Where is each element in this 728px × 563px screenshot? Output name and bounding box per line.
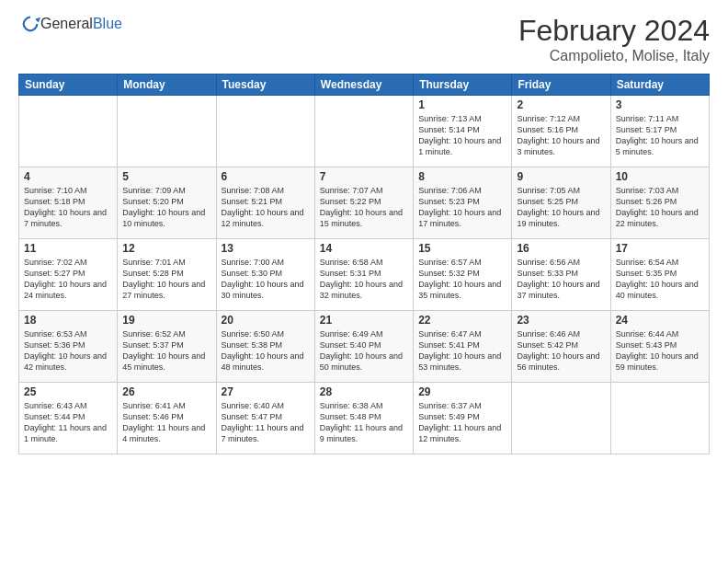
logo-general-text: General [40,16,93,31]
table-row: 29 Sunrise: 6:37 AM Sunset: 5:49 PM Dayl… [414,383,512,454]
day-info: Sunrise: 6:37 AM Sunset: 5:49 PM Dayligh… [418,400,506,445]
day-info: Sunrise: 6:57 AM Sunset: 5:32 PM Dayligh… [418,257,506,302]
table-row [216,96,314,167]
calendar-week-row: 1 Sunrise: 7:13 AM Sunset: 5:14 PM Dayli… [19,96,710,167]
table-row: 17 Sunrise: 6:54 AM Sunset: 5:35 PM Dayl… [610,239,709,311]
table-row: 25 Sunrise: 6:43 AM Sunset: 5:44 PM Dayl… [19,383,118,454]
day-number: 8 [418,170,506,183]
day-number: 5 [122,170,210,183]
table-row [512,383,610,454]
day-info: Sunrise: 6:50 AM Sunset: 5:38 PM Dayligh… [222,328,310,373]
day-number: 25 [24,385,112,398]
table-row: 21 Sunrise: 6:49 AM Sunset: 5:40 PM Dayl… [314,311,413,383]
table-row: 28 Sunrise: 6:38 AM Sunset: 5:48 PM Dayl… [314,383,413,454]
table-row: 19 Sunrise: 6:52 AM Sunset: 5:37 PM Dayl… [118,311,216,383]
col-tuesday: Tuesday [216,75,314,96]
table-row: 12 Sunrise: 7:01 AM Sunset: 5:28 PM Dayl… [118,239,216,311]
day-info: Sunrise: 7:03 AM Sunset: 5:26 PM Dayligh… [616,185,704,230]
day-info: Sunrise: 6:44 AM Sunset: 5:43 PM Dayligh… [616,328,704,373]
table-row: 8 Sunrise: 7:06 AM Sunset: 5:23 PM Dayli… [414,167,512,239]
table-row: 2 Sunrise: 7:12 AM Sunset: 5:16 PM Dayli… [512,96,610,167]
table-row: 26 Sunrise: 6:41 AM Sunset: 5:46 PM Dayl… [118,383,216,454]
day-number: 16 [517,242,605,255]
day-number: 22 [418,314,506,327]
day-number: 14 [320,242,408,255]
table-row: 18 Sunrise: 6:53 AM Sunset: 5:36 PM Dayl… [19,311,118,383]
day-info: Sunrise: 7:06 AM Sunset: 5:23 PM Dayligh… [418,185,506,230]
day-number: 4 [24,170,112,183]
day-number: 15 [418,242,506,255]
day-info: Sunrise: 6:41 AM Sunset: 5:46 PM Dayligh… [122,400,210,445]
day-info: Sunrise: 7:08 AM Sunset: 5:21 PM Dayligh… [222,185,310,230]
day-number: 9 [517,170,605,183]
day-number: 12 [122,242,210,255]
table-row [610,383,709,454]
day-number: 28 [320,385,408,398]
day-info: Sunrise: 6:56 AM Sunset: 5:33 PM Dayligh… [517,257,605,302]
day-number: 19 [122,314,210,327]
day-info: Sunrise: 6:40 AM Sunset: 5:47 PM Dayligh… [222,400,310,445]
table-row [314,96,413,167]
calendar-week-row: 11 Sunrise: 7:02 AM Sunset: 5:27 PM Dayl… [19,239,710,311]
calendar-week-row: 18 Sunrise: 6:53 AM Sunset: 5:36 PM Dayl… [19,311,710,383]
day-info: Sunrise: 6:38 AM Sunset: 5:48 PM Dayligh… [320,400,408,445]
day-info: Sunrise: 6:49 AM Sunset: 5:40 PM Dayligh… [320,328,408,373]
table-row: 9 Sunrise: 7:05 AM Sunset: 5:25 PM Dayli… [512,167,610,239]
table-row: 3 Sunrise: 7:11 AM Sunset: 5:17 PM Dayli… [610,96,709,167]
table-row: 10 Sunrise: 7:03 AM Sunset: 5:26 PM Dayl… [610,167,709,239]
day-number: 10 [616,170,704,183]
day-info: Sunrise: 7:00 AM Sunset: 5:30 PM Dayligh… [222,257,310,302]
day-number: 17 [616,242,704,255]
table-row [19,96,118,167]
table-row: 6 Sunrise: 7:08 AM Sunset: 5:21 PM Dayli… [216,167,314,239]
calendar-page: GeneralBlue February 2024 Campolieto, Mo… [0,0,728,563]
day-number: 11 [24,242,112,255]
day-info: Sunrise: 7:10 AM Sunset: 5:18 PM Dayligh… [24,185,112,230]
day-info: Sunrise: 6:54 AM Sunset: 5:35 PM Dayligh… [616,257,704,302]
table-row: 5 Sunrise: 7:09 AM Sunset: 5:20 PM Dayli… [118,167,216,239]
day-info: Sunrise: 6:47 AM Sunset: 5:41 PM Dayligh… [418,328,506,373]
day-info: Sunrise: 6:53 AM Sunset: 5:36 PM Dayligh… [24,328,112,373]
day-info: Sunrise: 6:52 AM Sunset: 5:37 PM Dayligh… [122,328,210,373]
day-number: 23 [517,314,605,327]
table-row: 15 Sunrise: 6:57 AM Sunset: 5:32 PM Dayl… [414,239,512,311]
month-title: February 2024 [518,14,710,48]
logo: GeneralBlue [18,14,122,34]
header: GeneralBlue February 2024 Campolieto, Mo… [18,14,710,64]
day-info: Sunrise: 7:13 AM Sunset: 5:14 PM Dayligh… [418,113,506,158]
day-info: Sunrise: 7:02 AM Sunset: 5:27 PM Dayligh… [24,257,112,302]
calendar-week-row: 25 Sunrise: 6:43 AM Sunset: 5:44 PM Dayl… [19,383,710,454]
table-row: 14 Sunrise: 6:58 AM Sunset: 5:31 PM Dayl… [314,239,413,311]
day-info: Sunrise: 7:12 AM Sunset: 5:16 PM Dayligh… [517,113,605,158]
col-friday: Friday [512,75,610,96]
col-monday: Monday [118,75,216,96]
table-row: 13 Sunrise: 7:00 AM Sunset: 5:30 PM Dayl… [216,239,314,311]
col-thursday: Thursday [414,75,512,96]
table-row: 4 Sunrise: 7:10 AM Sunset: 5:18 PM Dayli… [19,167,118,239]
table-row: 27 Sunrise: 6:40 AM Sunset: 5:47 PM Dayl… [216,383,314,454]
day-info: Sunrise: 6:46 AM Sunset: 5:42 PM Dayligh… [517,328,605,373]
day-number: 24 [616,314,704,327]
col-sunday: Sunday [19,75,118,96]
table-row: 23 Sunrise: 6:46 AM Sunset: 5:42 PM Dayl… [512,311,610,383]
day-number: 13 [222,242,310,255]
day-info: Sunrise: 6:43 AM Sunset: 5:44 PM Dayligh… [24,400,112,445]
day-info: Sunrise: 7:01 AM Sunset: 5:28 PM Dayligh… [122,257,210,302]
table-row: 20 Sunrise: 6:50 AM Sunset: 5:38 PM Dayl… [216,311,314,383]
table-row: 24 Sunrise: 6:44 AM Sunset: 5:43 PM Dayl… [610,311,709,383]
day-number: 18 [24,314,112,327]
day-number: 7 [320,170,408,183]
col-wednesday: Wednesday [314,75,413,96]
day-info: Sunrise: 6:58 AM Sunset: 5:31 PM Dayligh… [320,257,408,302]
day-info: Sunrise: 7:07 AM Sunset: 5:22 PM Dayligh… [320,185,408,230]
day-number: 29 [418,385,506,398]
table-row: 7 Sunrise: 7:07 AM Sunset: 5:22 PM Dayli… [314,167,413,239]
table-row: 11 Sunrise: 7:02 AM Sunset: 5:27 PM Dayl… [19,239,118,311]
calendar-week-row: 4 Sunrise: 7:10 AM Sunset: 5:18 PM Dayli… [19,167,710,239]
table-row: 16 Sunrise: 6:56 AM Sunset: 5:33 PM Dayl… [512,239,610,311]
table-row: 22 Sunrise: 6:47 AM Sunset: 5:41 PM Dayl… [414,311,512,383]
day-number: 21 [320,314,408,327]
day-number: 3 [616,98,704,111]
day-info: Sunrise: 7:09 AM Sunset: 5:20 PM Dayligh… [122,185,210,230]
logo-blue-text: Blue [93,16,122,31]
